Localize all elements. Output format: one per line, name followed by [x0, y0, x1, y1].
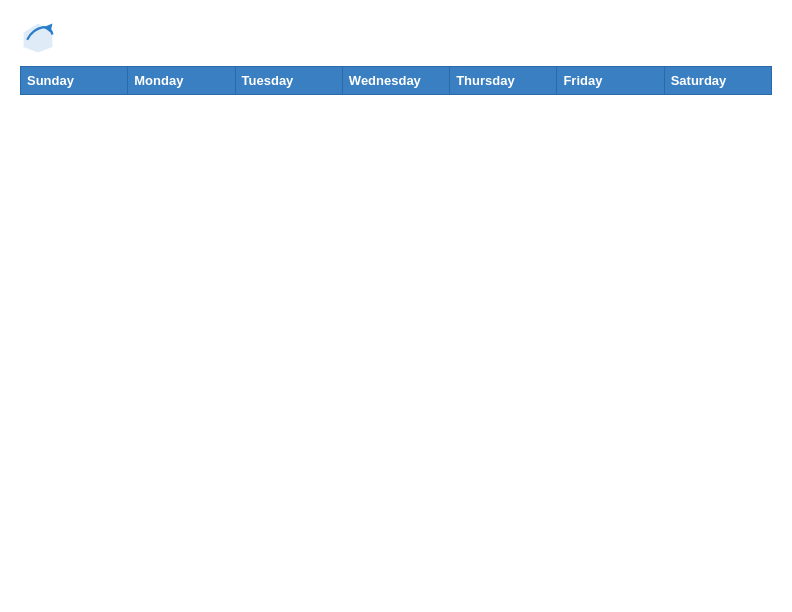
col-header-saturday: Saturday — [664, 67, 771, 95]
col-header-monday: Monday — [128, 67, 235, 95]
col-header-tuesday: Tuesday — [235, 67, 342, 95]
logo — [20, 20, 62, 56]
logo-icon — [20, 20, 56, 56]
col-header-wednesday: Wednesday — [342, 67, 449, 95]
col-header-thursday: Thursday — [450, 67, 557, 95]
calendar-header-row: SundayMondayTuesdayWednesdayThursdayFrid… — [21, 67, 772, 95]
col-header-sunday: Sunday — [21, 67, 128, 95]
calendar-table: SundayMondayTuesdayWednesdayThursdayFrid… — [20, 66, 772, 95]
page-header — [20, 20, 772, 56]
col-header-friday: Friday — [557, 67, 664, 95]
